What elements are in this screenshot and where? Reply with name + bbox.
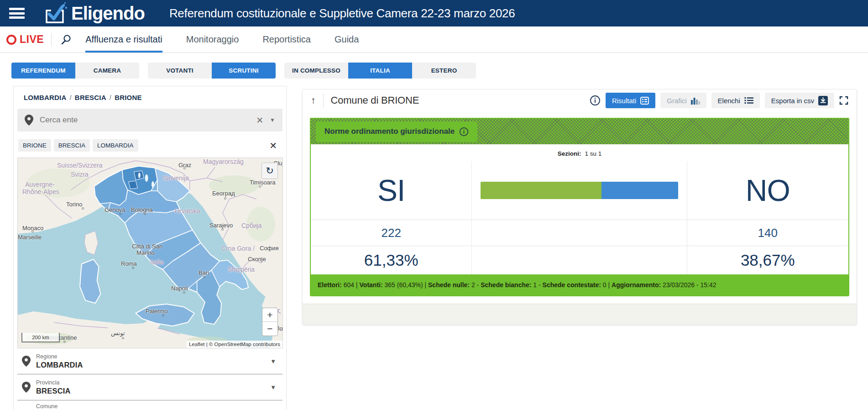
nav-item-guida[interactable]: Guida xyxy=(335,26,359,53)
breadcrumb: LOMBARDIA/BRESCIA/BRIONE xyxy=(24,94,282,101)
referendum-card: Norme ordinamento giurisdizionale Sezion… xyxy=(310,118,849,296)
results-title: Comune di BRIONE xyxy=(331,95,419,106)
result-bar-no xyxy=(601,182,678,199)
header-divider xyxy=(323,94,324,107)
result-bar-si xyxy=(481,182,601,199)
risultati-button[interactable]: Risultati xyxy=(606,93,655,108)
map-label: Suisse/Svizzera xyxy=(57,162,103,169)
stats-item: Schede nulle: 2 - xyxy=(428,281,481,289)
selection-chips: BRIONE BRESCIA LOMBARDIA ✕ xyxy=(17,139,282,152)
tab-camera[interactable]: CAMERA xyxy=(75,63,139,79)
map-label: Rhône-Alpes xyxy=(22,188,59,195)
map-label: Napoli xyxy=(171,285,188,292)
map-reload-button[interactable]: ↻ xyxy=(261,163,278,179)
info-icon[interactable] xyxy=(590,95,601,106)
map-marker-icon xyxy=(162,314,164,316)
question-box: Norme ordinamento giurisdizionale xyxy=(317,123,476,141)
select-value: BRESCIA xyxy=(36,387,71,395)
grafici-button[interactable]: Grafici xyxy=(660,93,706,108)
stats-item: Elettori: 604 | xyxy=(318,281,360,289)
tab-scrutini[interactable]: SCRUTINI xyxy=(212,63,276,79)
download-icon xyxy=(818,96,828,105)
nav-item-monitoraggio[interactable]: Monitoraggio xyxy=(186,26,239,53)
page-title: Referendum costituzionale e Suppletive C… xyxy=(169,6,515,21)
map-label: Palermo xyxy=(146,308,167,315)
map-label: Italia xyxy=(150,258,164,266)
map-marker-icon xyxy=(183,167,186,169)
results-toolbar: Risultati Grafici xyxy=(590,93,848,108)
tab-italia[interactable]: ITALIA xyxy=(348,63,412,79)
map-marker-icon xyxy=(122,337,124,339)
map-label: София xyxy=(260,245,279,252)
chip-regione[interactable]: LOMBARDIA xyxy=(93,139,138,152)
clear-chips-icon[interactable]: ✕ xyxy=(269,140,277,151)
info-icon[interactable] xyxy=(459,127,469,137)
nav-item-reportistica[interactable]: Reportistica xyxy=(262,26,311,53)
map-marker-icon xyxy=(259,185,261,188)
select-comune[interactable]: Comune xyxy=(17,400,282,410)
map-label: Roma xyxy=(121,260,137,267)
select-provincia[interactable]: Provincia BRESCIA ▼ xyxy=(17,374,282,400)
map-zoom-control: + − xyxy=(262,308,278,336)
map-label: Slovenija xyxy=(163,174,189,182)
map-label: Marino xyxy=(136,249,155,256)
nav-item-affluenza[interactable]: Affluenza e risultati xyxy=(85,26,162,53)
no-label: NO xyxy=(746,173,790,208)
tab-referendum[interactable]: REFERENDUM xyxy=(11,63,75,79)
hamburger-menu-button[interactable] xyxy=(9,8,25,19)
location-pin-icon xyxy=(25,115,33,126)
tab-estero[interactable]: ESTERO xyxy=(412,63,476,79)
map-label: Auvergne- xyxy=(25,181,55,188)
map-label: Timișoara xyxy=(250,179,276,186)
select-label: Regione xyxy=(36,353,83,360)
map-marker-icon xyxy=(224,197,226,200)
brand-logo[interactable]: Eligendo xyxy=(42,2,145,24)
select-regione[interactable]: Regione LOMBARDIA ▼ xyxy=(17,348,282,374)
ballot-box-icon xyxy=(42,2,68,24)
answers-row: SI NO xyxy=(311,161,848,220)
percent-row: 61,33% 38,67% xyxy=(311,246,848,274)
zoom-out-button[interactable]: − xyxy=(262,322,277,336)
chip-provincia[interactable]: BRESCIA xyxy=(54,139,90,152)
question-banner: Norme ordinamento giurisdizionale xyxy=(311,119,848,144)
search-icon xyxy=(61,34,72,45)
breadcrumb-province[interactable]: BRESCIA xyxy=(75,94,106,101)
chip-comune[interactable]: BRIONE xyxy=(18,139,51,152)
breadcrumb-region[interactable]: LOMBARDIA xyxy=(24,94,66,101)
tab-in-complesso[interactable]: IN COMPLESSO xyxy=(284,63,348,79)
map-label: Sarajevo xyxy=(209,222,233,229)
map-attribution[interactable]: Leaflet | © OpenStreetMap contributors xyxy=(187,341,282,348)
elenchi-button[interactable]: Elenchi xyxy=(711,93,760,108)
fullscreen-icon[interactable] xyxy=(839,96,848,105)
main-nav: LIVE Affluenza e risultati Monitoraggio … xyxy=(0,26,868,53)
map-label: Crna Gora / xyxy=(221,245,255,252)
map-marker-icon xyxy=(203,276,205,278)
result-bar xyxy=(481,182,678,199)
stats-item: Votanti: 365 (60,43%) | xyxy=(360,281,428,289)
map-marker-icon xyxy=(144,213,146,215)
esporta-csv-button[interactable]: Esporta in csv xyxy=(765,93,834,108)
map-label: Београд xyxy=(212,190,235,197)
map-label: Città di San xyxy=(132,243,162,250)
question-title: Norme ordinamento giurisdizionale xyxy=(324,127,455,136)
location-pin-icon xyxy=(22,382,31,393)
breadcrumb-separator: / xyxy=(69,94,71,101)
entity-search: ✕ ▼ xyxy=(17,109,282,131)
tab-votanti[interactable]: VOTANTI xyxy=(148,63,212,79)
map-label: Magyarország xyxy=(203,158,244,165)
map-label: Скопје xyxy=(248,256,266,263)
search-input[interactable] xyxy=(40,116,256,125)
map-marker-icon xyxy=(63,341,66,343)
clear-search-icon[interactable]: ✕ xyxy=(256,115,263,126)
zoom-in-button[interactable]: + xyxy=(262,308,277,322)
sezioni-status: Sezioni: 1 su 1 xyxy=(311,144,848,161)
search-button[interactable] xyxy=(52,26,81,53)
sidebar: LOMBARDIA/BRESCIA/BRIONE ✕ ▼ BRIONE BRES… xyxy=(13,86,287,410)
map-container[interactable]: Suisse/SvizzeraSvizraAuvergne-Rhône-Alpe… xyxy=(17,158,283,348)
collapse-arrow-icon[interactable]: ↑ xyxy=(311,95,316,106)
yes-percent: 61,33% xyxy=(364,251,418,269)
stats-item: Aggiornamento: 23/03/2026 - 15:42 xyxy=(612,281,716,289)
search-dropdown-caret-icon[interactable]: ▼ xyxy=(270,117,275,123)
results-panel: ↑ Comune di BRIONE Risultati xyxy=(302,89,857,325)
breadcrumb-comune[interactable]: BRIONE xyxy=(115,94,142,101)
